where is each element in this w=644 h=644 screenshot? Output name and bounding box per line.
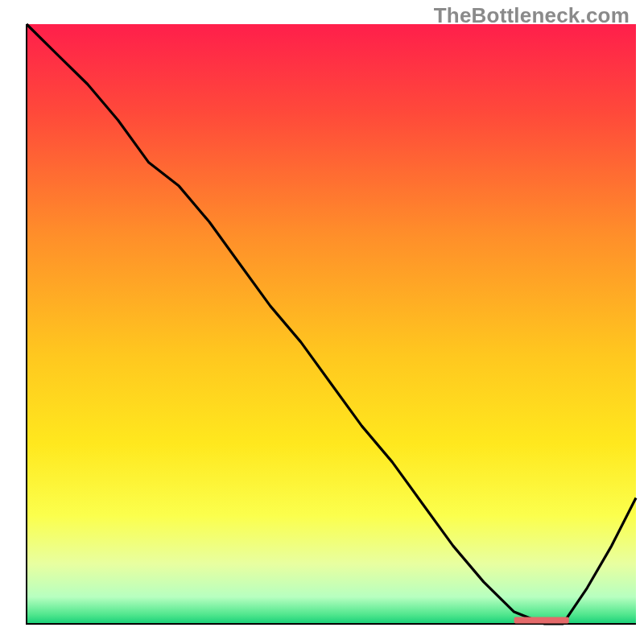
watermark-text: TheBottleneck.com [434,3,630,28]
bottleneck-chart [0,0,644,644]
optimal-marker [514,617,569,624]
plot-background [27,24,636,624]
chart-container: TheBottleneck.com [0,0,644,644]
